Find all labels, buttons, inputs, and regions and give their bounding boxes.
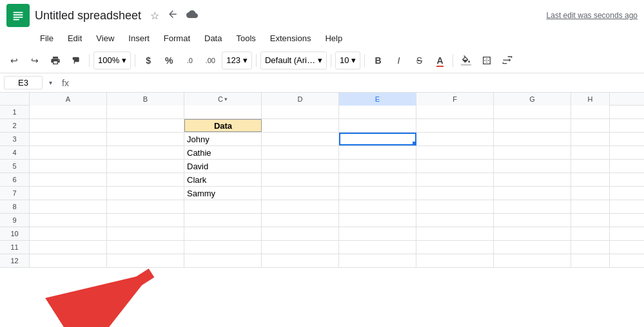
cell-c4[interactable]: Cathie bbox=[184, 146, 262, 159]
percent-button[interactable]: % bbox=[160, 51, 178, 70]
cell-h10[interactable] bbox=[571, 227, 610, 240]
last-edit-label[interactable]: Last edit was seconds ago bbox=[547, 11, 638, 20]
cell-a10[interactable] bbox=[30, 227, 107, 240]
star-icon[interactable]: ☆ bbox=[149, 8, 161, 23]
cell-b3[interactable] bbox=[107, 133, 184, 145]
cell-f12[interactable] bbox=[416, 254, 494, 267]
cell-b7[interactable] bbox=[107, 187, 184, 200]
cell-c8[interactable] bbox=[184, 200, 262, 213]
menu-extensions[interactable]: Extensions bbox=[264, 31, 318, 46]
cell-c2[interactable]: Data bbox=[184, 119, 262, 132]
col-header-e[interactable]: E bbox=[339, 93, 416, 106]
cell-e10[interactable] bbox=[339, 227, 416, 240]
col-header-b[interactable]: B bbox=[107, 93, 184, 106]
cell-a4[interactable] bbox=[30, 146, 107, 159]
cell-g9[interactable] bbox=[494, 214, 571, 227]
cell-e1[interactable] bbox=[339, 106, 416, 118]
currency-button[interactable]: $ bbox=[139, 51, 157, 70]
menu-help[interactable]: Help bbox=[318, 31, 349, 46]
text-color-button[interactable]: A bbox=[431, 51, 449, 70]
cell-c11[interactable] bbox=[184, 241, 262, 254]
cell-c9[interactable] bbox=[184, 214, 262, 227]
cell-e5[interactable] bbox=[339, 160, 416, 173]
formula-input[interactable] bbox=[75, 78, 640, 88]
menu-format[interactable]: Format bbox=[157, 31, 197, 46]
cell-f1[interactable] bbox=[416, 106, 494, 118]
row-header-8[interactable]: 8 bbox=[0, 200, 30, 213]
bold-button[interactable]: B bbox=[369, 51, 387, 70]
cell-d11[interactable] bbox=[262, 241, 339, 254]
document-title[interactable]: Untitled spreadsheet bbox=[35, 9, 141, 23]
cloud-icon[interactable] bbox=[185, 7, 199, 24]
cell-d4[interactable] bbox=[262, 146, 339, 159]
row-header-7[interactable]: 7 bbox=[0, 187, 30, 200]
cell-f4[interactable] bbox=[416, 146, 494, 159]
row-header-1[interactable]: 1 bbox=[0, 106, 30, 118]
cell-a12[interactable] bbox=[30, 254, 107, 267]
cell-b9[interactable] bbox=[107, 214, 184, 227]
cell-d9[interactable] bbox=[262, 214, 339, 227]
format-number-selector[interactable]: 123 ▾ bbox=[222, 51, 252, 70]
cell-e2[interactable] bbox=[339, 119, 416, 132]
cell-e9[interactable] bbox=[339, 214, 416, 227]
cell-h12[interactable] bbox=[571, 254, 610, 267]
menu-insert[interactable]: Insert bbox=[122, 31, 156, 46]
cell-f3[interactable] bbox=[416, 133, 494, 145]
cell-h1[interactable] bbox=[571, 106, 610, 118]
cell-d6[interactable] bbox=[262, 173, 339, 186]
cell-d2[interactable] bbox=[262, 119, 339, 132]
fill-color-button[interactable] bbox=[457, 51, 475, 70]
cell-g5[interactable] bbox=[494, 160, 571, 173]
menu-view[interactable]: View bbox=[90, 31, 121, 46]
cell-c6[interactable]: Clark bbox=[184, 173, 262, 186]
cell-e6[interactable] bbox=[339, 173, 416, 186]
drive-icon[interactable] bbox=[166, 7, 180, 24]
cell-c5[interactable]: David bbox=[184, 160, 262, 173]
cell-c3[interactable]: Johny bbox=[184, 133, 262, 145]
cell-a1[interactable] bbox=[30, 106, 107, 118]
decimal-decrease-button[interactable]: .0 bbox=[181, 51, 199, 70]
cell-g6[interactable] bbox=[494, 173, 571, 186]
cell-b1[interactable] bbox=[107, 106, 184, 118]
cell-c7[interactable]: Sammy bbox=[184, 187, 262, 200]
cell-a11[interactable] bbox=[30, 241, 107, 254]
redo-button[interactable]: ↪ bbox=[26, 51, 44, 70]
italic-button[interactable]: I bbox=[389, 51, 407, 70]
cell-f8[interactable] bbox=[416, 200, 494, 213]
cell-g4[interactable] bbox=[494, 146, 571, 159]
cell-d3[interactable] bbox=[262, 133, 339, 145]
cell-g10[interactable] bbox=[494, 227, 571, 240]
cell-d10[interactable] bbox=[262, 227, 339, 240]
menu-data[interactable]: Data bbox=[198, 31, 228, 46]
cell-d7[interactable] bbox=[262, 187, 339, 200]
col-header-h[interactable]: H bbox=[571, 93, 610, 106]
cell-f7[interactable] bbox=[416, 187, 494, 200]
menu-file[interactable]: File bbox=[34, 31, 60, 46]
cell-g8[interactable] bbox=[494, 200, 571, 213]
cell-a5[interactable] bbox=[30, 160, 107, 173]
cell-e3[interactable] bbox=[339, 133, 416, 145]
cell-a2[interactable] bbox=[30, 119, 107, 132]
cell-g1[interactable] bbox=[494, 106, 571, 118]
paint-format-button[interactable] bbox=[67, 51, 85, 70]
cell-c10[interactable] bbox=[184, 227, 262, 240]
col-header-g[interactable]: G bbox=[494, 93, 571, 106]
print-button[interactable] bbox=[46, 51, 64, 70]
cell-d5[interactable] bbox=[262, 160, 339, 173]
cell-b8[interactable] bbox=[107, 200, 184, 213]
row-header-4[interactable]: 4 bbox=[0, 146, 30, 159]
col-header-d[interactable]: D bbox=[262, 93, 339, 106]
col-header-a[interactable]: A bbox=[30, 93, 107, 106]
row-header-6[interactable]: 6 bbox=[0, 173, 30, 186]
cell-e4[interactable] bbox=[339, 146, 416, 159]
row-header-5[interactable]: 5 bbox=[0, 160, 30, 173]
cell-b12[interactable] bbox=[107, 254, 184, 267]
cell-d1[interactable] bbox=[262, 106, 339, 118]
row-header-12[interactable]: 12 bbox=[0, 254, 30, 267]
cell-e12[interactable] bbox=[339, 254, 416, 267]
cell-d12[interactable] bbox=[262, 254, 339, 267]
cell-h8[interactable] bbox=[571, 200, 610, 213]
menu-edit[interactable]: Edit bbox=[61, 31, 88, 46]
row-header-10[interactable]: 10 bbox=[0, 227, 30, 240]
font-selector[interactable]: Default (Ari… ▾ bbox=[260, 51, 327, 70]
